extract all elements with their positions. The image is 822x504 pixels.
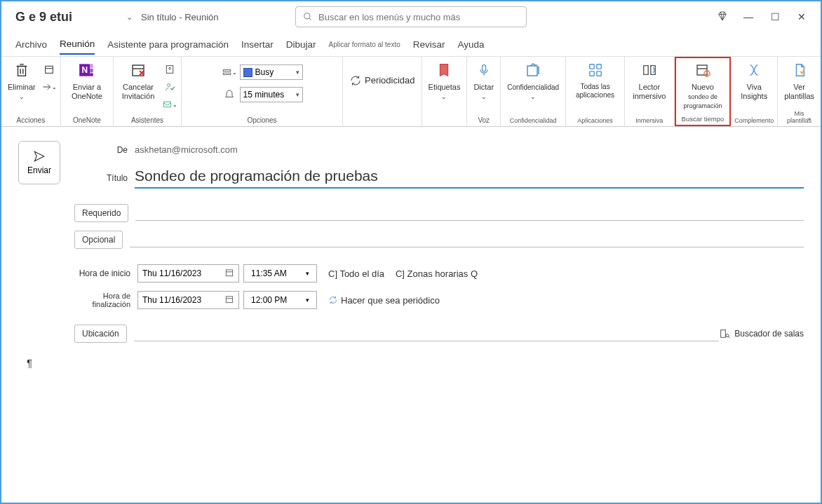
confidencialidad-label: Confidencialidad: [507, 83, 559, 91]
todas-aplicaciones-button[interactable]: Todas las aplicaciones: [570, 59, 621, 108]
svg-line-1: [309, 18, 311, 20]
svg-rect-27: [589, 71, 593, 76]
tab-reunion[interactable]: Reunión: [60, 34, 95, 55]
recurrence-icon: [349, 74, 362, 87]
quick-access-caret[interactable]: ⌄: [126, 13, 133, 22]
close-button[interactable]: ✕: [797, 11, 807, 22]
title-input[interactable]: Sondeo de programación de pruebas: [135, 168, 804, 189]
eliminar-label: Eliminar: [8, 83, 36, 91]
hora-fin-label: Hora de finalización: [74, 292, 137, 308]
buscador-salas-label: Buscador de salas: [734, 329, 804, 339]
enviar-label: Enviar: [27, 165, 51, 175]
reminder-icon[interactable]: [222, 87, 237, 102]
ubicacion-button[interactable]: Ubicación: [74, 325, 127, 343]
ver-plantillas-button[interactable]: Ver plantillas: [781, 59, 817, 108]
tab-dibujar[interactable]: Dibujar: [286, 35, 316, 54]
response-options-icon[interactable]: ⌄: [162, 97, 177, 112]
optional-field[interactable]: [130, 232, 804, 247]
svg-rect-23: [482, 65, 485, 71]
calendar-icon: [224, 268, 234, 280]
search-icon: [303, 12, 313, 22]
end-date-combo[interactable]: Thu 11/16/2023: [137, 291, 239, 309]
search-box[interactable]: [295, 6, 527, 27]
nuevo-sondeo-button[interactable]: Nuevosondeo de programación: [678, 59, 728, 112]
viva-insights-button[interactable]: Viva Insights: [734, 59, 774, 108]
svg-rect-25: [589, 64, 593, 69]
svg-rect-21: [223, 70, 231, 71]
collapse-ribbon-icon[interactable]: ⌄: [806, 113, 812, 122]
cancelar-invitacion-label: Cancelar Invitación: [120, 83, 156, 101]
group-onenote-label: OneNote: [73, 114, 101, 126]
svg-point-20: [168, 83, 170, 86]
svg-rect-26: [596, 64, 600, 69]
opcional-button[interactable]: Opcional: [74, 231, 123, 249]
from-value[interactable]: askhetan@microsoft.com: [135, 144, 804, 156]
group-confidencialidad-label: Confidencialidad: [510, 115, 557, 126]
dictar-label: Dictar: [473, 83, 494, 91]
etiquetas-button[interactable]: Etiquetas⌄: [426, 59, 464, 108]
minimize-button[interactable]: —: [743, 11, 753, 22]
enviar-onenote-button[interactable]: N Enviar a OneNote: [65, 59, 109, 108]
svg-rect-12: [90, 73, 93, 76]
group-buscartiempo-label: Buscar tiempo: [682, 113, 725, 125]
tab-formato[interactable]: Aplicar formato al texto: [328, 36, 400, 53]
show-as-icon[interactable]: ⌄: [222, 64, 237, 80]
buscador-salas-button[interactable]: Buscador de salas: [719, 328, 804, 339]
send-icon: [32, 150, 47, 163]
nuevo-sondeo-label2: sondeo de programación: [683, 93, 722, 109]
group-complemento-label: Complemento: [734, 115, 774, 126]
address-book-icon[interactable]: [162, 62, 177, 77]
tab-insertar[interactable]: Insertar: [241, 35, 274, 54]
titulo-label: Título: [74, 173, 135, 183]
eliminar-button[interactable]: Eliminar ⌄: [5, 59, 39, 108]
start-date-combo[interactable]: Thu 11/16/2023: [137, 264, 239, 282]
dictar-button[interactable]: Dictar⌄: [471, 59, 497, 108]
svg-text:N: N: [81, 65, 88, 75]
svg-line-33: [707, 74, 708, 74]
svg-rect-7: [45, 66, 53, 73]
hora-inicio-label: Hora de inicio: [74, 268, 137, 278]
periodicidad-button[interactable]: Periodicidad: [346, 73, 418, 88]
forward-small-icon[interactable]: ⌄: [41, 79, 57, 95]
requerido-button[interactable]: Requerido: [74, 204, 128, 222]
de-label: De: [74, 145, 135, 155]
lector-inmersivo-button[interactable]: Lector inmersivo: [628, 59, 671, 108]
premium-icon[interactable]: [717, 11, 727, 24]
reminder-combo[interactable]: 15 minutes▾: [240, 87, 303, 102]
start-time-combo[interactable]: 11:35 AM ▾: [243, 264, 317, 282]
maximize-button[interactable]: ☐: [770, 11, 780, 22]
show-as-combo[interactable]: Busy▾: [240, 64, 303, 80]
lector-inmersivo-label: Lector inmersivo: [631, 83, 668, 101]
tab-archivo[interactable]: Archivo: [15, 35, 47, 54]
tab-revisar[interactable]: Revisar: [413, 35, 445, 54]
start-time-value: 11:35 AM: [251, 268, 287, 278]
calendar-small-icon[interactable]: [41, 62, 57, 77]
cancelar-invitacion-button[interactable]: Cancelar Invitación: [117, 59, 159, 108]
end-time-combo[interactable]: 12:00 PM ▾: [243, 291, 317, 309]
tab-ayuda[interactable]: Ayuda: [458, 35, 485, 54]
hacer-periodico-button[interactable]: Hacer que sea periódico: [328, 295, 440, 306]
check-names-icon[interactable]: [162, 79, 177, 95]
start-date-value: Thu 11/16/2023: [142, 268, 201, 278]
calendar-icon: [224, 294, 234, 306]
end-time-value: 12:00 PM: [251, 295, 287, 305]
enviar-button[interactable]: Enviar: [18, 141, 60, 184]
room-finder-icon: [719, 328, 730, 339]
svg-point-19: [169, 67, 171, 69]
location-field[interactable]: [134, 326, 720, 341]
search-input[interactable]: [318, 12, 519, 22]
required-field[interactable]: [135, 205, 804, 221]
todas-aplicaciones-label: Todas las aplicaciones: [572, 83, 618, 100]
svg-rect-11: [90, 69, 93, 72]
zonas-horarias-checkbox[interactable]: C] Zonas horarias Q: [396, 268, 478, 279]
todo-dia-checkbox[interactable]: C] Todo el día: [328, 268, 384, 279]
group-opciones-label: Opciones: [247, 114, 276, 126]
end-date-value: Thu 11/16/2023: [142, 295, 201, 305]
viva-insights-label: Viva Insights: [737, 83, 771, 101]
periodicidad-label: Periodicidad: [365, 75, 415, 86]
confidencialidad-button[interactable]: Confidencialidad⌄: [504, 59, 562, 108]
group-acciones-label: Acciones: [17, 114, 46, 126]
tab-asistente[interactable]: Asistente para programación: [107, 35, 229, 54]
group-inmersiva-label: Inmersiva: [635, 115, 663, 126]
svg-rect-34: [226, 269, 232, 275]
